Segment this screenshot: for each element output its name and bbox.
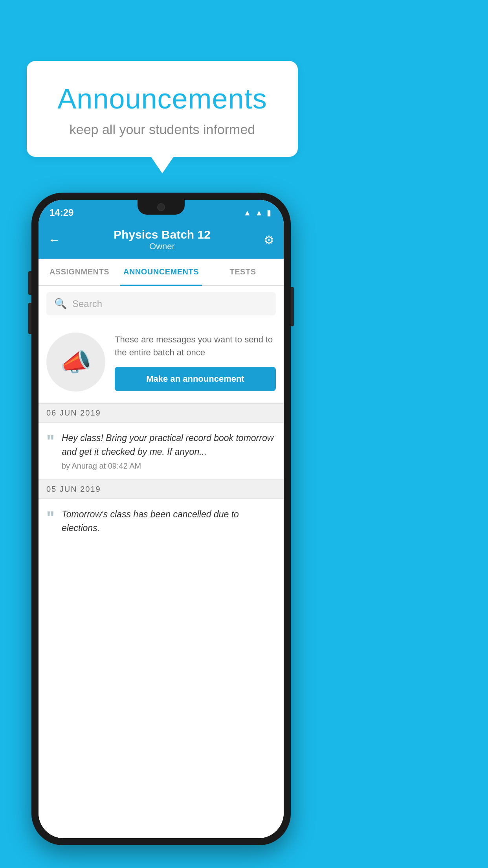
announcement-prompt: 📣 These are messages you want to send to…	[39, 322, 284, 403]
announcement-item-2: " Tomorrow's class has been cancelled du…	[39, 499, 284, 546]
power-button	[291, 287, 294, 326]
speech-bubble-container: Announcements keep all your students inf…	[27, 61, 298, 157]
status-time: 14:29	[50, 207, 73, 218]
megaphone-icon: 📣	[60, 348, 92, 377]
prompt-description: These are messages you want to send to t…	[115, 333, 276, 359]
announcement-item-1: " Hey class! Bring your practical record…	[39, 423, 284, 480]
search-box[interactable]: 🔍 Search	[46, 292, 276, 315]
back-button[interactable]: ←	[48, 233, 61, 247]
quote-icon-2: "	[46, 509, 55, 538]
date-separator-2: 05 JUN 2019	[39, 480, 284, 499]
search-placeholder: Search	[72, 298, 102, 309]
content-area: 🔍 Search 📣 These are messages you want t…	[39, 286, 284, 838]
announcement-message-2: Tomorrow's class has been cancelled due …	[62, 508, 276, 535]
phone-outer: 14:29 ▲ ▲ ▮ ← Physics Batch 12 Owner ⚙	[31, 193, 291, 845]
quote-icon-1: "	[46, 433, 55, 471]
wifi-icon: ▲	[243, 208, 251, 217]
settings-icon[interactable]: ⚙	[264, 233, 274, 247]
batch-title: Physics Batch 12	[114, 228, 211, 241]
prompt-right: These are messages you want to send to t…	[115, 333, 276, 391]
speech-bubble-title: Announcements	[42, 83, 282, 115]
phone-camera	[157, 203, 165, 211]
announcement-meta-1: by Anurag at 09:42 AM	[62, 462, 276, 471]
search-icon: 🔍	[54, 298, 67, 310]
announcement-text-1: Hey class! Bring your practical record b…	[62, 431, 276, 471]
date-separator-1: 06 JUN 2019	[39, 403, 284, 423]
tab-announcements[interactable]: ANNOUNCEMENTS	[120, 259, 202, 285]
announcement-text-2: Tomorrow's class has been cancelled due …	[62, 508, 276, 538]
make-announcement-button[interactable]: Make an announcement	[115, 367, 276, 391]
top-bar: ← Physics Batch 12 Owner ⚙	[39, 223, 284, 259]
phone-screen: 14:29 ▲ ▲ ▮ ← Physics Batch 12 Owner ⚙	[39, 200, 284, 838]
tabs-bar: ASSIGNMENTS ANNOUNCEMENTS TESTS	[39, 259, 284, 286]
battery-icon: ▮	[267, 208, 271, 217]
status-icons: ▲ ▲ ▮	[243, 208, 271, 217]
phone-wrapper: 14:29 ▲ ▲ ▮ ← Physics Batch 12 Owner ⚙	[31, 193, 291, 845]
megaphone-circle: 📣	[46, 333, 105, 392]
tab-assignments[interactable]: ASSIGNMENTS	[39, 259, 120, 285]
phone-notch	[138, 200, 185, 215]
signal-icon: ▲	[255, 208, 263, 217]
search-container: 🔍 Search	[39, 286, 284, 322]
top-bar-center: Physics Batch 12 Owner	[114, 228, 211, 252]
speech-bubble: Announcements keep all your students inf…	[27, 61, 298, 157]
volume-down-button	[28, 303, 31, 334]
speech-bubble-subtitle: keep all your students informed	[42, 122, 282, 137]
batch-role: Owner	[114, 241, 211, 252]
tab-tests[interactable]: TESTS	[202, 259, 284, 285]
announcement-message-1: Hey class! Bring your practical record b…	[62, 431, 276, 458]
volume-up-button	[28, 271, 31, 295]
